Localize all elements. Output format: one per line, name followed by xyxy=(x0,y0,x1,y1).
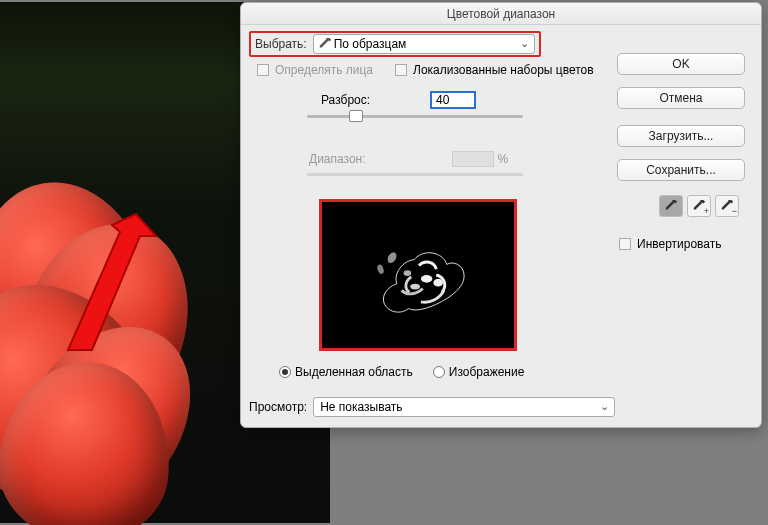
range-row: Диапазон: % xyxy=(309,151,508,167)
preview-mask xyxy=(322,202,514,348)
ok-button[interactable]: OK xyxy=(617,53,745,75)
preview-mode-row: Выделенная область Изображение xyxy=(279,365,524,379)
select-row-highlight: Выбрать: По образцам ⌄ xyxy=(249,31,541,57)
chevron-down-icon: ⌄ xyxy=(520,37,529,50)
radio-image[interactable]: Изображение xyxy=(433,365,525,379)
app-window: Цветовой диапазон Выбрать: По образцам ⌄… xyxy=(0,0,768,525)
color-range-dialog: Цветовой диапазон Выбрать: По образцам ⌄… xyxy=(240,2,762,428)
range-unit: % xyxy=(498,152,509,166)
dialog-title: Цветовой диапазон xyxy=(241,3,761,25)
invert-checkbox[interactable] xyxy=(619,238,631,250)
fuzziness-slider[interactable] xyxy=(307,115,523,118)
eyedropper-tools: + − xyxy=(659,195,739,217)
eyedropper-subtract-tool[interactable]: − xyxy=(715,195,739,217)
fuzziness-row: Разброс: 40 xyxy=(321,91,476,109)
cancel-button[interactable]: Отмена xyxy=(617,87,745,109)
select-dropdown[interactable]: По образцам ⌄ xyxy=(313,34,535,54)
select-value: По образцам xyxy=(334,37,407,51)
eyedropper-icon xyxy=(318,37,332,51)
eyedropper-add-tool[interactable]: + xyxy=(687,195,711,217)
rose-graphic xyxy=(0,142,170,522)
svg-point-3 xyxy=(410,284,420,290)
radio-icon xyxy=(433,366,445,378)
view-row: Просмотр: Не показывать ⌄ xyxy=(249,397,615,417)
chevron-down-icon: ⌄ xyxy=(600,400,609,413)
view-dropdown[interactable]: Не показывать ⌄ xyxy=(313,397,615,417)
view-label: Просмотр: xyxy=(249,400,307,414)
fuzziness-label: Разброс: xyxy=(321,93,370,107)
view-value: Не показывать xyxy=(320,400,402,414)
options-row: Определять лица Локализованные наборы цв… xyxy=(257,63,594,77)
localized-clusters-checkbox[interactable] xyxy=(395,64,407,76)
radio-icon-selected xyxy=(279,366,291,378)
invert-row: Инвертировать xyxy=(619,237,722,251)
select-label: Выбрать: xyxy=(255,37,307,51)
range-input xyxy=(452,151,494,167)
save-button[interactable]: Сохранить... xyxy=(617,159,745,181)
svg-point-2 xyxy=(421,275,433,283)
svg-point-5 xyxy=(404,270,412,276)
slider-thumb[interactable] xyxy=(349,110,363,122)
fuzziness-input[interactable]: 40 xyxy=(430,91,476,109)
localized-clusters-label: Локализованные наборы цветов xyxy=(413,63,594,77)
radio-selection[interactable]: Выделенная область xyxy=(279,365,413,379)
range-label: Диапазон: xyxy=(309,152,366,166)
eyedropper-tool[interactable] xyxy=(659,195,683,217)
eyedropper-icon xyxy=(664,199,678,213)
load-button[interactable]: Загрузить... xyxy=(617,125,745,147)
svg-point-4 xyxy=(433,279,443,287)
detect-faces-checkbox xyxy=(257,64,269,76)
invert-label: Инвертировать xyxy=(637,237,722,251)
selection-preview[interactable] xyxy=(319,199,517,351)
range-slider xyxy=(307,173,523,176)
detect-faces-label: Определять лица xyxy=(275,63,373,77)
